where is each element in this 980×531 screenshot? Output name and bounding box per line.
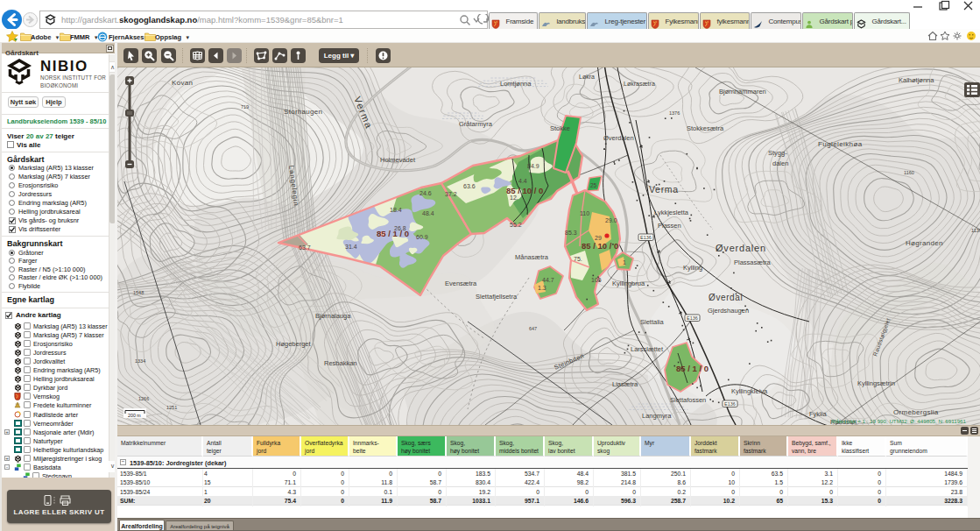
svg-text:Lykkjesletta: Lykkjesletta	[654, 209, 689, 216]
svg-text:719: 719	[241, 104, 249, 110]
svg-text:Gjerdshaugen: Gjerdshaugen	[708, 307, 749, 315]
svg-text:Øverdal: Øverdal	[709, 293, 743, 302]
svg-text:647: 647	[529, 326, 537, 331]
svg-text:63.7: 63.7	[299, 244, 311, 251]
svg-text:Fugleleikhøa: Fugleleikhøa	[818, 140, 863, 148]
svg-text:Kyllingsætrin: Kyllingsætrin	[857, 379, 895, 387]
svg-text:29: 29	[595, 235, 602, 241]
svg-text:1.3: 1.3	[538, 285, 546, 291]
svg-text:Kylling: Kylling	[683, 264, 702, 272]
svg-text:Høgranden: Høgranden	[906, 239, 943, 247]
svg-text:85 / 1 / 0: 85 / 1 / 0	[377, 229, 409, 238]
svg-text:48.4: 48.4	[422, 210, 434, 216]
svg-text:44.7: 44.7	[542, 277, 554, 283]
svg-text:Stygg-: Stygg-	[768, 149, 787, 157]
svg-text:4.4: 4.4	[518, 178, 527, 184]
svg-text:200 m: 200 m	[128, 413, 141, 418]
svg-text:Kyllingkleiva: Kyllingkleiva	[731, 387, 768, 395]
svg-text:Slettafjellsetra: Slettafjellsetra	[476, 293, 518, 301]
svg-text:Evensætra: Evensætra	[445, 280, 477, 287]
svg-text:85 / 1 / 0: 85 / 1 / 0	[676, 364, 709, 373]
svg-text:1: 1	[623, 259, 626, 266]
svg-text:Løkrasætra: Løkrasætra	[624, 81, 655, 87]
svg-text:Bjørnalauga: Bjørnalauga	[315, 312, 351, 320]
svg-text:Lomtjønna: Lomtjønna	[500, 80, 532, 88]
svg-text:1160: 1160	[904, 170, 914, 175]
svg-text:Slettafossen: Slettafossen	[670, 396, 706, 404]
svg-text:105: 105	[591, 277, 602, 283]
svg-text:Verma: Verma	[649, 184, 679, 195]
svg-text:Kovan: Kovan	[172, 79, 193, 87]
svg-text:85 / 10 / 0: 85 / 10 / 0	[506, 186, 543, 195]
svg-text:Stokkesætra: Stokkesætra	[687, 124, 724, 132]
svg-text:37.2: 37.2	[445, 191, 457, 197]
svg-text:Bjørnhammaren: Bjørnhammaren	[719, 88, 766, 96]
svg-text:1334: 1334	[135, 358, 145, 364]
svg-text:Langmyra: Langmyra	[642, 412, 672, 420]
svg-text:Kalhøtjønna: Kalhøtjønna	[899, 76, 934, 84]
svg-text:Ormebergslia: Ormebergslia	[893, 408, 939, 416]
svg-text:Resbakkan: Resbakkan	[324, 359, 357, 367]
svg-text:Øverdalen: Øverdalen	[716, 243, 766, 253]
svg-text:E136: E136	[640, 235, 652, 240]
svg-text:Slettalia: Slettalia	[640, 318, 665, 326]
svg-text:Storhaugen: Storhaugen	[284, 108, 322, 116]
svg-text:84.9: 84.9	[527, 163, 539, 169]
svg-text:Holmevadet: Holmevadet	[380, 156, 416, 164]
svg-text:60.9: 60.9	[416, 234, 428, 240]
svg-text:Liasætra: Liasætra	[612, 380, 638, 388]
svg-text:110: 110	[580, 210, 589, 216]
svg-text:85.3: 85.3	[565, 230, 577, 236]
svg-text:Løkra: Løkra	[579, 74, 595, 80]
svg-text:Plassasætra: Plassasætra	[734, 258, 772, 266]
svg-text:24.6: 24.6	[419, 190, 432, 196]
svg-text:Plassen: Plassen	[658, 222, 681, 230]
svg-text:E136: E136	[687, 315, 698, 321]
svg-text:Stokke: Stokke	[550, 124, 570, 132]
svg-text:1266: 1266	[138, 396, 149, 401]
svg-text:75.: 75.	[574, 256, 582, 262]
svg-text:1376: 1376	[669, 110, 680, 116]
svg-text:18.4: 18.4	[390, 207, 402, 213]
svg-text:Larsslættet: Larsslættet	[631, 345, 664, 353]
svg-text:Høgeberget: Høgeberget	[276, 340, 312, 348]
svg-text:Månasætra: Månasætra	[515, 253, 549, 261]
svg-text:55.2: 55.2	[510, 222, 522, 228]
svg-text:Øverdalen: Øverdalen	[603, 134, 634, 142]
svg-text:Gråtarmyra: Gråtarmyra	[459, 120, 493, 128]
svg-text:12.: 12.	[510, 195, 518, 201]
svg-text:25: 25	[590, 182, 597, 188]
svg-text:29.0: 29.0	[605, 217, 617, 223]
svg-text:Fyklia: Fyklia	[809, 410, 827, 418]
svg-text:E136: E136	[724, 401, 736, 407]
svg-text:dalen: dalen	[772, 159, 788, 167]
svg-text:1136: 1136	[971, 228, 980, 233]
svg-text:85 / 10 / 0: 85 / 10 / 0	[582, 241, 618, 251]
svg-text:63.6: 63.6	[463, 183, 476, 189]
svg-text:Målestokk = 1 : 19 990, UTM32:: Målestokk = 1 : 19 990, UTM32: Ø: 449805…	[832, 418, 967, 424]
svg-text:Kyllingbrua: Kyllingbrua	[612, 280, 645, 287]
svg-text:31.4: 31.4	[345, 244, 357, 250]
svg-text:1548: 1548	[133, 290, 144, 295]
svg-text:1251: 1251	[166, 405, 177, 410]
